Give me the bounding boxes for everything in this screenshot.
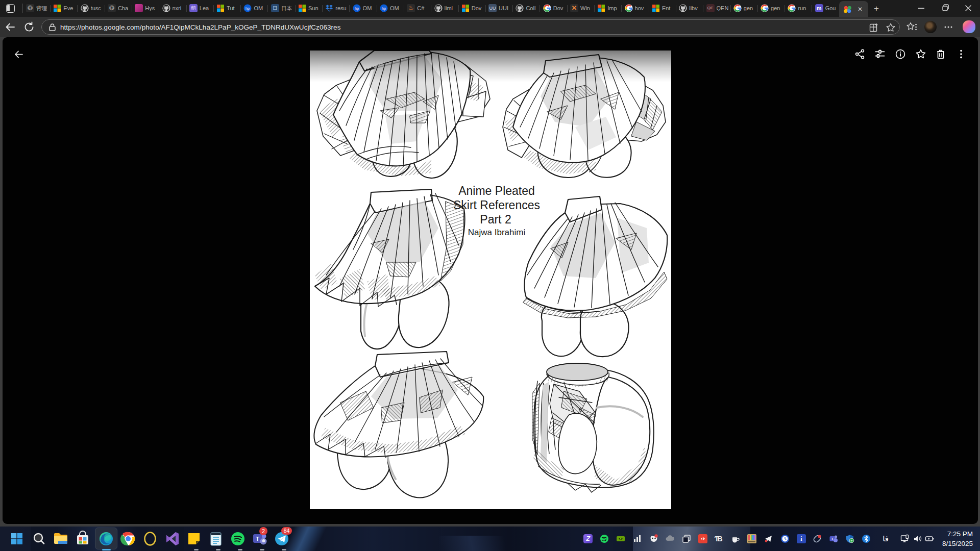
svg-text:Najwa Ibrahimi: Najwa Ibrahimi <box>468 228 525 237</box>
svg-text:Anime Pleated: Anime Pleated <box>458 184 535 197</box>
svg-text:hp: hp <box>382 7 386 11</box>
svg-text:Part 2: Part 2 <box>480 213 511 226</box>
svg-text:T: T <box>831 537 834 541</box>
svg-text:T: T <box>256 536 259 542</box>
svg-text:hp: hp <box>246 7 250 11</box>
svg-text:Skirt References: Skirt References <box>453 198 540 212</box>
svg-text:hp: hp <box>355 7 359 11</box>
